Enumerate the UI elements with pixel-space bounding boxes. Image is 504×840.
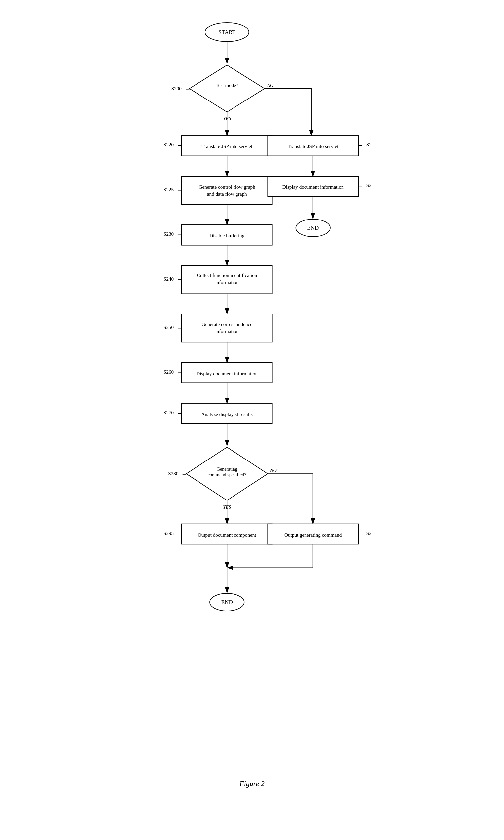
s295-label: S295 <box>163 530 174 536</box>
s230-label: S230 <box>163 231 174 237</box>
s290-text: Output generating command <box>284 532 342 537</box>
s205-label: S205 <box>366 142 371 148</box>
s240-text-line1: Collect function identification <box>197 272 257 278</box>
s220-text: Translate JSP into servlet <box>202 143 253 149</box>
s225-text-line2: and data flow graph <box>207 191 247 197</box>
s270-label: S270 <box>163 410 174 415</box>
svg-marker-3 <box>190 65 265 112</box>
s280-text-line1: Generating <box>217 466 237 472</box>
s295-text: Output document component <box>198 532 256 537</box>
s225-label: S225 <box>163 187 174 192</box>
s250-text-line1: Generate correspondence <box>202 321 253 327</box>
s250-text-line2: information <box>215 328 239 334</box>
s280-text-line2: command specified? <box>208 472 246 477</box>
s200-label: S200 <box>172 86 182 91</box>
s260-label: S260 <box>163 369 174 375</box>
s290-label: S290 <box>366 530 371 536</box>
s260-text: Display document information <box>196 371 258 376</box>
figure-caption: Figure 2 <box>133 779 371 788</box>
s240-text-line2: information <box>215 279 239 285</box>
s230-text: Disable buffering <box>210 233 245 238</box>
end1-label: END <box>307 225 319 231</box>
s270-text: Analyze displayed results <box>201 411 253 417</box>
flowchart-diagram: START Test mode? S200 YES NO Translate J… <box>133 17 371 768</box>
s210-text: Display document information <box>282 184 344 190</box>
s205-text: Translate JSP into servlet <box>288 143 339 149</box>
s250-label: S250 <box>163 324 174 330</box>
start-label: START <box>218 29 235 35</box>
no-label-s200: NO <box>267 83 273 88</box>
s200-text: Test mode? <box>216 82 238 88</box>
s240-label: S240 <box>163 276 174 282</box>
s280-label: S280 <box>168 471 178 476</box>
page-container: START Test mode? S200 YES NO Translate J… <box>126 6 378 808</box>
s220-label: S220 <box>163 142 174 148</box>
no-label-s280: NO <box>270 468 277 473</box>
end2-label: END <box>221 599 233 605</box>
s225-text-line1: Generate control flow graph <box>199 184 256 190</box>
svg-rect-12 <box>182 176 272 204</box>
s210-label: S210 <box>366 183 371 188</box>
